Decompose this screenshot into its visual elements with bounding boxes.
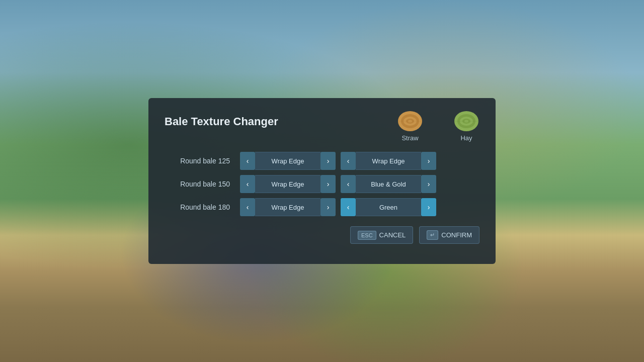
hay-selector-3: ‹ Green › xyxy=(341,198,436,216)
table-row: Round bale 180 ‹ Wrap Edge › ‹ Green › xyxy=(165,198,479,216)
hay-prev-btn-2[interactable]: ‹ xyxy=(341,175,356,193)
hay-next-btn-3[interactable]: › xyxy=(421,198,436,216)
hay-value-3: Green xyxy=(356,198,421,216)
straw-bale-icon xyxy=(397,110,423,132)
straw-prev-btn-2[interactable]: ‹ xyxy=(240,175,255,193)
confirm-button[interactable]: ↵ CONFIRM xyxy=(419,226,479,244)
hay-selector-1: ‹ Wrap Edge › xyxy=(341,152,436,170)
enter-key-badge: ↵ xyxy=(427,230,438,240)
hay-bale-icon xyxy=(453,110,479,132)
hay-prev-btn-1[interactable]: ‹ xyxy=(341,152,356,170)
row-label-1: Round bale 125 xyxy=(165,157,235,165)
hay-value-2: Blue & Gold xyxy=(356,175,421,193)
straw-value-3: Wrap Edge xyxy=(255,198,320,216)
straw-prev-btn-3[interactable]: ‹ xyxy=(240,198,255,216)
straw-next-btn-2[interactable]: › xyxy=(320,175,336,193)
straw-label: Straw xyxy=(401,134,418,142)
row-label-3: Round bale 180 xyxy=(165,203,235,211)
cancel-label: CANCEL xyxy=(379,231,406,239)
straw-prev-btn-1[interactable]: ‹ xyxy=(240,152,255,170)
confirm-label: CONFIRM xyxy=(441,231,472,239)
straw-selector-2: ‹ Wrap Edge › xyxy=(240,175,336,193)
selector-group-2: ‹ Wrap Edge › ‹ Blue & Gold › xyxy=(240,175,436,193)
straw-selector-1: ‹ Wrap Edge › xyxy=(240,152,336,170)
straw-next-btn-3[interactable]: › xyxy=(320,198,336,216)
straw-icon-item: Straw xyxy=(397,110,423,142)
hay-prev-btn-3[interactable]: ‹ xyxy=(341,198,356,216)
selector-group-1: ‹ Wrap Edge › ‹ Wrap Edge › xyxy=(240,152,436,170)
straw-value-1: Wrap Edge xyxy=(255,152,320,170)
dialog-footer: ESC CANCEL ↵ CONFIRM xyxy=(165,226,479,244)
table-row: Round bale 125 ‹ Wrap Edge › ‹ Wrap Edge… xyxy=(165,152,479,170)
table-row: Round bale 150 ‹ Wrap Edge › ‹ Blue & Go… xyxy=(165,175,479,193)
dialog-header: Bale Texture Changer Straw xyxy=(165,110,479,142)
hay-icon-item: Hay xyxy=(453,110,479,142)
rows-section: Round bale 125 ‹ Wrap Edge › ‹ Wrap Edge… xyxy=(165,152,479,216)
hay-value-1: Wrap Edge xyxy=(356,152,421,170)
hay-label: Hay xyxy=(460,134,472,142)
hay-next-btn-2[interactable]: › xyxy=(421,175,436,193)
selector-group-3: ‹ Wrap Edge › ‹ Green › xyxy=(240,198,436,216)
straw-value-2: Wrap Edge xyxy=(255,175,320,193)
cancel-button[interactable]: ESC CANCEL xyxy=(350,226,413,244)
row-label-2: Round bale 150 xyxy=(165,180,235,188)
straw-selector-3: ‹ Wrap Edge › xyxy=(240,198,336,216)
dialog-overlay: Bale Texture Changer Straw xyxy=(0,0,644,362)
icon-group: Straw Hay xyxy=(397,110,479,142)
dialog-panel: Bale Texture Changer Straw xyxy=(148,98,496,264)
hay-selector-2: ‹ Blue & Gold › xyxy=(341,175,436,193)
esc-key-badge: ESC xyxy=(358,231,376,240)
hay-next-btn-1[interactable]: › xyxy=(421,152,436,170)
straw-next-btn-1[interactable]: › xyxy=(320,152,336,170)
dialog-title: Bale Texture Changer xyxy=(165,110,397,128)
